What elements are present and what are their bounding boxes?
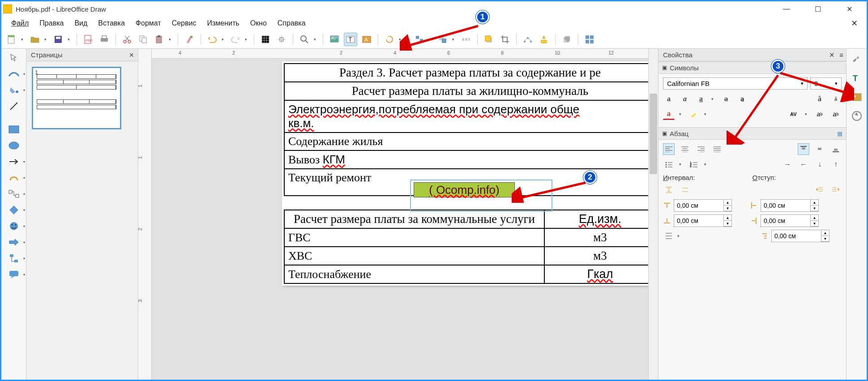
fill-color-tool[interactable]: ▾ bbox=[6, 84, 21, 96]
align-right-button[interactable] bbox=[695, 143, 707, 155]
curve-tool[interactable]: ▾ bbox=[6, 171, 21, 184]
menu-format[interactable]: Формат bbox=[131, 17, 166, 29]
minimize-button[interactable]: — bbox=[776, 2, 797, 16]
crop-button[interactable] bbox=[498, 33, 512, 46]
italic-button[interactable]: a bbox=[679, 93, 691, 105]
line-color-tool[interactable]: ▾ bbox=[6, 68, 21, 80]
insert-textbox-button[interactable]: T bbox=[344, 33, 357, 46]
properties-close-icon[interactable]: ✕ bbox=[829, 51, 835, 59]
properties-header: Свойства ✕ ≡ bbox=[658, 49, 846, 61]
redo-button[interactable] bbox=[229, 33, 242, 46]
maximize-button[interactable]: ☐ bbox=[808, 2, 828, 16]
page-view[interactable]: Раздел 3. Расчет размера платы за содерж… bbox=[152, 59, 648, 380]
indent-after-input[interactable]: 0,00 см▲▼ bbox=[761, 214, 819, 227]
save-button[interactable] bbox=[51, 33, 65, 46]
align-center-button[interactable] bbox=[679, 143, 691, 155]
ltr-button[interactable]: → bbox=[782, 158, 793, 170]
svg-rect-12 bbox=[156, 36, 162, 43]
line-tool[interactable] bbox=[6, 100, 21, 112]
grid-button[interactable] bbox=[259, 33, 272, 46]
svg-rect-7 bbox=[102, 36, 107, 39]
spacing-below-input[interactable]: 0,00 см▲▼ bbox=[674, 214, 732, 227]
increase-indent-button[interactable] bbox=[814, 184, 825, 196]
insert-fontwork-button[interactable]: A bbox=[360, 33, 373, 46]
edit-points-button[interactable] bbox=[521, 33, 534, 46]
menu-insert[interactable]: Вставка bbox=[94, 17, 129, 29]
block-arrows-tool[interactable]: ▾ bbox=[6, 236, 21, 248]
symbol-shapes-tool[interactable]: ▾ bbox=[6, 220, 21, 232]
close-button[interactable]: ✕ bbox=[839, 2, 859, 16]
valign-middle-button[interactable] bbox=[814, 143, 825, 155]
page-thumbnail-1[interactable]: 1 bbox=[32, 67, 121, 129]
sidebar-navigator-icon[interactable] bbox=[850, 109, 864, 123]
char-spacing-button[interactable]: AV bbox=[789, 108, 800, 120]
rotate-button[interactable] bbox=[383, 33, 396, 46]
inserted-text-box[interactable]: ( Ocomp.info) bbox=[414, 182, 515, 197]
superscript-button[interactable]: ab bbox=[814, 108, 825, 120]
ellipse-tool[interactable] bbox=[6, 139, 21, 152]
subscript-button[interactable]: ab bbox=[830, 108, 842, 120]
select-tool[interactable] bbox=[6, 51, 21, 64]
align-justify-button[interactable] bbox=[711, 143, 723, 155]
scrollbar-thumb[interactable] bbox=[650, 94, 657, 174]
app-icon bbox=[3, 4, 12, 13]
svg-rect-39 bbox=[590, 40, 594, 43]
copy-button[interactable] bbox=[137, 33, 150, 46]
decrease-indent-button[interactable] bbox=[830, 184, 842, 196]
insert-image-button[interactable] bbox=[328, 33, 341, 46]
spacing-above-input[interactable]: 0,00 см▲▼ bbox=[674, 199, 732, 212]
indent-before-input[interactable]: 0,00 см▲▼ bbox=[761, 199, 819, 212]
export-pdf-button[interactable]: PDF bbox=[81, 33, 95, 46]
line-spacing-button[interactable] bbox=[663, 230, 675, 242]
open-button[interactable] bbox=[28, 33, 42, 46]
connector-tool[interactable]: ▾ bbox=[6, 188, 21, 200]
increase-spacing-button[interactable] bbox=[663, 184, 675, 196]
menu-modify[interactable]: Изменить bbox=[202, 17, 244, 29]
btt-button[interactable]: ↑ bbox=[830, 158, 842, 170]
extrusion-button[interactable] bbox=[560, 33, 573, 46]
properties-menu-icon[interactable]: ≡ bbox=[839, 51, 843, 59]
helplines-button[interactable] bbox=[275, 33, 288, 46]
show-draw-functions-button[interactable] bbox=[583, 33, 596, 46]
paste-button[interactable] bbox=[153, 33, 166, 46]
rtl-button[interactable]: ← bbox=[798, 158, 809, 170]
valign-bottom-button[interactable] bbox=[830, 143, 842, 155]
menu-tools[interactable]: Сервис bbox=[167, 17, 201, 29]
flowchart-tool[interactable]: ▾ bbox=[6, 252, 21, 265]
sidebar-properties-icon[interactable] bbox=[850, 52, 864, 67]
indent-first-input[interactable]: 0,00 см▲▼ bbox=[771, 230, 830, 242]
svg-point-58 bbox=[666, 167, 667, 168]
align-left-button[interactable] bbox=[663, 143, 675, 155]
bullets-button[interactable] bbox=[663, 158, 675, 170]
pages-panel-close-icon[interactable]: ✕ bbox=[129, 51, 134, 59]
document-table-2: Расчет размера платы за коммунальные усл… bbox=[284, 210, 648, 284]
print-button[interactable] bbox=[98, 33, 111, 46]
numbering-button[interactable]: 123 bbox=[688, 158, 700, 170]
highlight-button[interactable] bbox=[688, 108, 700, 120]
undo-button[interactable] bbox=[205, 33, 219, 46]
gluepoints-button[interactable] bbox=[537, 33, 551, 46]
vertical-scrollbar[interactable] bbox=[648, 49, 658, 380]
new-doc-button[interactable] bbox=[5, 33, 18, 46]
bold-button[interactable]: a bbox=[663, 93, 675, 105]
shadow-button[interactable] bbox=[482, 33, 496, 46]
menu-window[interactable]: Окно bbox=[246, 17, 271, 29]
decrease-spacing-button[interactable] bbox=[679, 184, 691, 196]
menu-edit[interactable]: Правка bbox=[35, 17, 68, 29]
window-title: Ноябрь.pdf - LibreOffice Draw bbox=[16, 5, 776, 13]
callouts-tool[interactable]: ▾ bbox=[6, 268, 21, 281]
cut-button[interactable] bbox=[120, 33, 134, 46]
format-paintbrush-button[interactable] bbox=[183, 33, 196, 46]
zoom-button[interactable] bbox=[298, 33, 311, 46]
rectangle-tool[interactable] bbox=[6, 123, 21, 136]
arrow-tool[interactable]: ▾ bbox=[6, 155, 21, 168]
menu-view[interactable]: Вид bbox=[70, 17, 92, 29]
valign-top-button[interactable] bbox=[798, 143, 809, 155]
underline-button[interactable]: a bbox=[695, 93, 707, 105]
menu-file[interactable]: Файл bbox=[7, 17, 33, 29]
font-color-button[interactable]: a bbox=[663, 108, 675, 120]
close-document-icon[interactable]: ✕ bbox=[851, 18, 858, 28]
basic-shapes-tool[interactable]: ▾ bbox=[6, 204, 21, 216]
menu-help[interactable]: Справка bbox=[273, 17, 310, 29]
ttb-button[interactable]: ↓ bbox=[814, 158, 825, 170]
